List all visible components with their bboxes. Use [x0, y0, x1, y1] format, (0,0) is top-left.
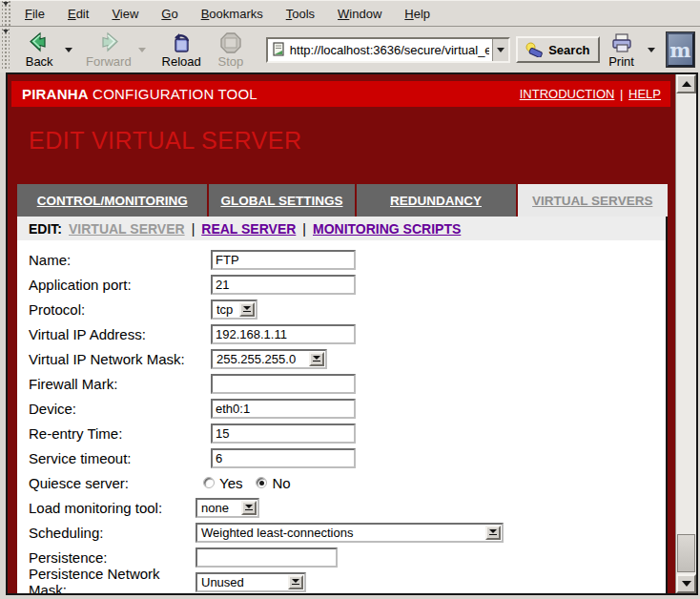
- scrollbar-thumb[interactable]: [677, 534, 695, 572]
- scheduling-label: Scheduling:: [29, 525, 196, 541]
- application-port-input[interactable]: [211, 275, 356, 295]
- tab-bar: CONTROL/MONITORING GLOBAL SETTINGS REDUN…: [17, 184, 668, 217]
- navigation-toolbar: Back Forward Reload: [0, 27, 700, 72]
- dropdown-arrow-icon: [485, 526, 501, 540]
- menubar-grippy-handle[interactable]: [2, 1, 10, 26]
- dropdown-arrow-icon: [309, 352, 324, 366]
- piranha-page: PIRANHA CONFIGURATION TOOL INTRODUCTION …: [8, 74, 675, 593]
- protocol-label: Protocol:: [29, 301, 211, 318]
- quiesce-yes-label: Yes: [219, 475, 242, 491]
- virtual-ip-network-mask-select[interactable]: 255.255.255.0: [211, 349, 327, 369]
- firewall-mark-label: Firewall Mark:: [29, 376, 211, 392]
- virtual-ip-address-label: Virtual IP Address:: [29, 326, 211, 342]
- help-link[interactable]: HELP: [628, 87, 661, 101]
- device-label: Device:: [29, 401, 211, 417]
- menu-help[interactable]: Help: [396, 4, 439, 24]
- virtual-server-form: Name: Application port: Protocol: tcp Vi…: [17, 240, 668, 593]
- persistence-network-mask-label: Persistence Network Mask:: [29, 566, 196, 593]
- stop-button[interactable]: Stop: [209, 29, 253, 71]
- load-monitoring-tool-select[interactable]: none: [196, 498, 259, 518]
- tab-virtual-servers[interactable]: VIRTUAL SERVERS: [518, 184, 669, 217]
- persistence-input[interactable]: [196, 547, 338, 568]
- subnav-virtual-server-link[interactable]: VIRTUAL SERVER: [69, 221, 185, 237]
- forward-button[interactable]: Forward: [82, 29, 134, 71]
- mozilla-logo[interactable]: m: [667, 32, 694, 67]
- toolbar-grippy-handle[interactable]: [2, 29, 10, 71]
- menu-bar: File Edit View Go Bookmarks Tools Window…: [0, 1, 700, 27]
- introduction-link[interactable]: INTRODUCTION: [520, 87, 615, 101]
- url-bar: [266, 37, 510, 63]
- dropdown-arrow-icon: [241, 501, 257, 515]
- menu-tools[interactable]: Tools: [278, 4, 323, 24]
- virtual-ip-address-input[interactable]: [211, 324, 356, 344]
- page-proxy-icon[interactable]: [268, 42, 287, 57]
- url-input[interactable]: [287, 43, 492, 57]
- name-label: Name:: [29, 252, 211, 268]
- dropdown-arrow-icon: [288, 575, 303, 589]
- re-entry-time-input[interactable]: [211, 423, 356, 444]
- reload-icon: [170, 31, 193, 54]
- quiesce-no-label: No: [272, 475, 290, 491]
- browser-viewport: PIRANHA CONFIGURATION TOOL INTRODUCTION …: [6, 72, 698, 595]
- app-title: PIRANHA CONFIGURATION TOOL: [22, 86, 257, 102]
- service-timeout-label: Service timeout:: [29, 450, 211, 466]
- dropdown-arrow-icon: [239, 302, 255, 317]
- name-input[interactable]: [211, 250, 356, 270]
- menu-edit[interactable]: Edit: [59, 4, 97, 24]
- virtual-ip-network-mask-label: Virtual IP Network Mask:: [29, 351, 211, 367]
- load-monitoring-tool-label: Load monitoring tool:: [29, 500, 196, 516]
- tab-redundancy[interactable]: REDUNDANCY: [357, 184, 516, 217]
- forward-icon: [96, 31, 121, 54]
- print-icon: [609, 31, 634, 54]
- scroll-up-button[interactable]: [676, 74, 696, 93]
- stop-icon: [219, 31, 242, 54]
- search-button[interactable]: Search: [516, 36, 599, 63]
- tab-control-monitoring[interactable]: CONTROL/MONITORING: [17, 184, 207, 217]
- header-link-separator: |: [618, 87, 625, 101]
- scrollbar-track[interactable]: [676, 93, 696, 574]
- back-icon: [27, 31, 51, 54]
- scroll-down-button[interactable]: [676, 574, 696, 593]
- protocol-select[interactable]: tcp: [211, 300, 257, 320]
- menu-bookmarks[interactable]: Bookmarks: [193, 4, 272, 24]
- subnav-prefix: EDIT:: [29, 221, 62, 237]
- menu-view[interactable]: View: [103, 4, 147, 24]
- service-timeout-input[interactable]: [211, 448, 356, 468]
- scroll-up-arrow-icon: [682, 81, 691, 87]
- re-entry-time-label: Re-entry Time:: [29, 425, 211, 442]
- app-header-bar: PIRANHA CONFIGURATION TOOL INTRODUCTION …: [11, 81, 670, 107]
- back-dropdown-arrow[interactable]: [65, 48, 72, 52]
- reload-button[interactable]: Reload: [157, 29, 204, 71]
- quiesce-server-label: Quiesce server:: [29, 475, 196, 491]
- menu-go[interactable]: Go: [153, 4, 186, 24]
- page-title: EDIT VIRTUAL SERVER: [29, 127, 668, 155]
- quiesce-no-radio[interactable]: [256, 477, 267, 488]
- tab-global-settings[interactable]: GLOBAL SETTINGS: [209, 184, 354, 217]
- print-button[interactable]: Print: [600, 29, 644, 71]
- browser-window: File Edit View Go Bookmarks Tools Window…: [0, 0, 700, 599]
- scheduling-select[interactable]: Weighted least-connections: [196, 523, 504, 543]
- device-input[interactable]: [211, 399, 356, 419]
- print-dropdown-arrow[interactable]: [648, 48, 655, 52]
- persistence-label: Persistence:: [29, 549, 196, 566]
- search-flashlight-icon: [525, 42, 545, 57]
- menu-file[interactable]: File: [16, 4, 53, 24]
- vertical-scrollbar[interactable]: [675, 74, 696, 593]
- menu-window[interactable]: Window: [329, 4, 390, 24]
- firewall-mark-input[interactable]: [211, 374, 356, 394]
- persistence-network-mask-select[interactable]: Unused: [196, 572, 306, 592]
- forward-dropdown-arrow[interactable]: [138, 48, 146, 52]
- subnav-real-server-link[interactable]: REAL SERVER: [201, 221, 296, 237]
- application-port-label: Application port:: [29, 277, 211, 293]
- back-button[interactable]: Back: [17, 29, 61, 71]
- edit-subnav: EDIT: VIRTUAL SERVER | REAL SERVER | MON…: [17, 217, 668, 240]
- scroll-down-arrow-icon: [682, 581, 691, 587]
- quiesce-yes-radio[interactable]: [203, 477, 215, 488]
- subnav-monitoring-scripts-link[interactable]: MONITORING SCRIPTS: [313, 221, 461, 237]
- url-history-dropdown[interactable]: [492, 39, 508, 61]
